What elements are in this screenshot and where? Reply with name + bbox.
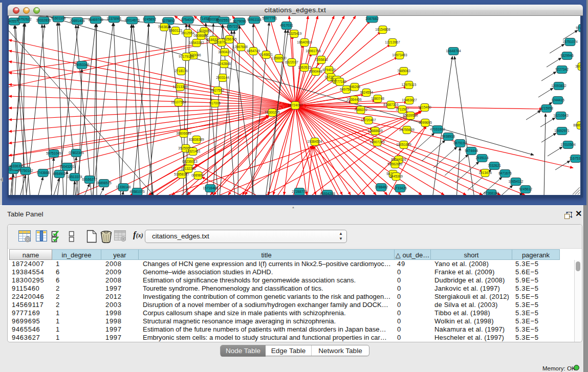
svg-text:9474444: 9474444 (465, 149, 478, 152)
svg-text:18640910: 18640910 (297, 40, 312, 44)
svg-text:7032621: 7032621 (488, 164, 501, 167)
svg-text:18300295: 18300295 (265, 111, 280, 114)
svg-text:9245612: 9245612 (519, 187, 532, 191)
svg-text:7357224: 7357224 (226, 25, 239, 28)
svg-text:18907249: 18907249 (369, 140, 385, 144)
svg-text:83838389: 83838389 (189, 138, 204, 141)
svg-text:5275892: 5275892 (162, 19, 175, 23)
svg-text:56977781: 56977781 (262, 16, 277, 20)
svg-text:73043201: 73043201 (59, 165, 75, 168)
svg-text:20364436: 20364436 (346, 98, 362, 101)
svg-text:85025517: 85025517 (216, 18, 231, 22)
svg-text:10688639: 10688639 (367, 129, 383, 133)
svg-text:16210643: 16210643 (553, 114, 569, 117)
svg-text:38606689: 38606689 (176, 132, 191, 135)
svg-text:3824554: 3824554 (360, 91, 373, 94)
svg-text:12378991: 12378991 (106, 17, 122, 20)
svg-text:18513374: 18513374 (67, 175, 82, 179)
svg-text:3788482: 3788482 (375, 185, 388, 189)
svg-text:9777169: 9777169 (333, 80, 346, 83)
svg-text:9329946: 9329946 (560, 54, 574, 57)
svg-text:81687316: 81687316 (383, 103, 399, 106)
svg-text:16107554: 16107554 (171, 100, 186, 104)
svg-text:97368180: 97368180 (484, 191, 499, 195)
svg-text:12975115: 12975115 (402, 83, 417, 86)
svg-text:27288779: 27288779 (292, 190, 307, 193)
svg-text:6322037: 6322037 (285, 60, 298, 64)
svg-text:13588520: 13588520 (271, 56, 287, 60)
svg-text:8990448: 8990448 (309, 70, 322, 73)
svg-text:11325419: 11325419 (287, 32, 302, 35)
svg-text:90911114: 90911114 (247, 18, 262, 21)
svg-text:16543382: 16543382 (189, 41, 204, 45)
svg-text:11336148: 11336148 (116, 185, 131, 189)
svg-text:40581075: 40581075 (129, 190, 145, 193)
svg-text:9227342: 9227342 (555, 68, 569, 71)
svg-text:51858317: 51858317 (174, 172, 189, 176)
svg-text:1167534: 1167534 (569, 157, 580, 160)
svg-text:16154808: 16154808 (375, 28, 390, 31)
svg-text:77256785: 77256785 (222, 37, 237, 41)
svg-text:18051699: 18051699 (396, 143, 411, 146)
svg-text:2935114: 2935114 (475, 156, 489, 160)
svg-text:7485063: 7485063 (397, 69, 410, 73)
svg-text:1362615: 1362615 (298, 65, 311, 69)
svg-text:3601444: 3601444 (575, 64, 580, 68)
svg-text:12213967: 12213967 (385, 40, 400, 44)
svg-text:8454749: 8454749 (247, 49, 260, 53)
svg-text:0089897: 0089897 (191, 173, 205, 177)
svg-text:6099695: 6099695 (419, 121, 432, 124)
svg-text:1080748: 1080748 (371, 97, 384, 100)
svg-text:10973493: 10973493 (392, 53, 407, 57)
svg-text:7663822: 7663822 (158, 25, 171, 29)
svg-text:0245892: 0245892 (143, 17, 156, 21)
svg-text:4954902: 4954902 (53, 172, 66, 176)
svg-text:2718176: 2718176 (175, 69, 188, 73)
svg-text:26755639: 26755639 (399, 128, 415, 132)
svg-text:2803144: 2803144 (216, 76, 229, 79)
svg-text:12213369: 12213369 (172, 85, 188, 89)
svg-text:39332836: 39332836 (36, 18, 51, 22)
svg-text:17010504: 17010504 (560, 143, 576, 146)
svg-text:7386372: 7386372 (354, 108, 367, 112)
svg-text:97405429: 97405429 (576, 26, 580, 30)
svg-text:0754009: 0754009 (181, 18, 194, 21)
svg-text:15716485: 15716485 (203, 186, 218, 190)
svg-text:8471676: 8471676 (498, 171, 512, 175)
svg-text:2087682: 2087682 (365, 17, 379, 20)
svg-text:1733426: 1733426 (394, 186, 407, 190)
svg-text:8427552: 8427552 (211, 89, 224, 92)
svg-text:63166277: 63166277 (82, 178, 97, 181)
svg-text:06898575: 06898575 (96, 181, 112, 185)
svg-text:33014673: 33014673 (124, 18, 140, 22)
svg-text:4917031: 4917031 (280, 24, 293, 27)
svg-text:97179189: 97179189 (179, 55, 194, 58)
svg-text:9938918: 9938918 (442, 135, 455, 138)
svg-text:9115460: 9115460 (418, 105, 431, 109)
svg-text:12093832: 12093832 (551, 84, 567, 87)
svg-text:15692971: 15692971 (554, 129, 570, 133)
svg-text:9146821: 9146821 (259, 53, 273, 56)
svg-text:8960123: 8960123 (169, 29, 182, 32)
svg-text:9242848: 9242848 (217, 62, 231, 65)
svg-text:8912954: 8912954 (181, 31, 194, 35)
svg-text:7355812: 7355812 (315, 58, 328, 61)
svg-text:12321461: 12321461 (185, 149, 201, 153)
svg-text:917006: 917006 (209, 101, 221, 105)
svg-text:18724007: 18724007 (288, 103, 303, 107)
svg-text:85639500: 85639500 (403, 114, 418, 117)
svg-text:1913476: 1913476 (478, 171, 492, 174)
svg-text:2711567: 2711567 (396, 107, 409, 111)
svg-text:29792622: 29792622 (16, 17, 32, 21)
svg-text:68236013: 68236013 (182, 160, 198, 163)
svg-text:7743668: 7743668 (36, 171, 50, 174)
svg-text:16961758: 16961758 (306, 49, 321, 53)
svg-text:32132241: 32132241 (181, 167, 196, 170)
svg-text:07802345: 07802345 (69, 151, 84, 155)
svg-text:15751074: 15751074 (562, 40, 578, 43)
svg-text:08086891: 08086891 (193, 34, 209, 37)
svg-text:46934288: 46934288 (320, 192, 335, 195)
svg-text:3445369: 3445369 (389, 174, 403, 178)
svg-text:88868917: 88868917 (573, 123, 580, 127)
svg-text:2867608: 2867608 (234, 45, 248, 49)
